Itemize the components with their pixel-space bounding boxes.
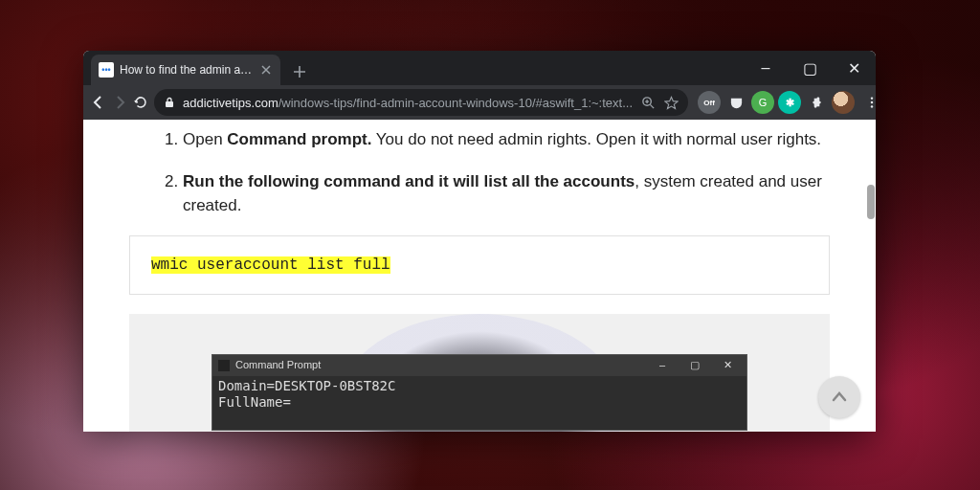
back-button[interactable] [91, 89, 106, 116]
forward-button[interactable] [112, 89, 127, 116]
code-block: wmic useraccount list full [129, 235, 830, 295]
tab-strip: ••• How to find the admin account o – ▢ … [83, 51, 876, 85]
cmd-maximize-button[interactable]: ▢ [681, 357, 708, 373]
svg-rect-0 [166, 101, 173, 107]
step-1: Open Command prompt. You do not need adm… [183, 127, 830, 152]
cmd-output-line: Domain=DESKTOP-0BST82C [218, 378, 741, 395]
browser-tab[interactable]: ••• How to find the admin account o [91, 55, 280, 85]
minimize-button[interactable]: – [744, 51, 788, 85]
cmd-title-text: Command Prompt [235, 357, 643, 373]
reload-button[interactable] [133, 89, 148, 116]
article-body: Open Command prompt. You do not need adm… [83, 120, 876, 432]
extensions-row: Off G ✱ [698, 89, 876, 116]
step-2: Run the following command and it will li… [183, 169, 830, 218]
scrollbar-thumb[interactable] [867, 185, 875, 219]
address-bar[interactable]: addictivetips.com/windows-tips/find-admi… [154, 89, 688, 116]
extensions-menu-icon[interactable] [805, 91, 828, 114]
url-text: addictivetips.com/windows-tips/find-admi… [183, 96, 633, 110]
highlighted-code: wmic useraccount list full [151, 256, 390, 274]
favicon-icon: ••• [99, 62, 114, 78]
cmd-minimize-button[interactable]: – [649, 357, 676, 373]
desktop-wallpaper: ••• How to find the admin account o – ▢ … [0, 0, 980, 490]
browser-window: ••• How to find the admin account o – ▢ … [83, 51, 876, 432]
bookmark-star-icon[interactable] [663, 95, 679, 110]
profile-avatar[interactable] [832, 91, 855, 114]
command-prompt-titlebar: Command Prompt – ▢ ✕ [212, 355, 746, 376]
extension-grammarly-icon[interactable]: G [751, 91, 774, 114]
command-prompt-window: Command Prompt – ▢ ✕ Domain=DESKTOP-0BST… [212, 354, 747, 431]
cmd-output-line: FullName= [218, 394, 741, 412]
cmd-icon [218, 360, 230, 371]
chrome-menu-button[interactable] [858, 89, 876, 116]
cmd-output: Domain=DESKTOP-0BST82C FullName= [212, 376, 746, 430]
zoom-icon[interactable] [640, 95, 656, 110]
svg-point-4 [871, 105, 873, 107]
svg-point-3 [871, 101, 873, 103]
extension-teal-icon[interactable]: ✱ [778, 91, 801, 114]
tab-title: How to find the admin account o [120, 63, 254, 77]
scroll-to-top-button[interactable] [818, 376, 860, 418]
new-tab-button[interactable] [286, 58, 313, 85]
screenshot-figure: Command Prompt – ▢ ✕ Domain=DESKTOP-0BST… [129, 314, 830, 433]
extension-off[interactable]: Off [698, 91, 721, 114]
lock-icon [164, 97, 175, 108]
cmd-close-button[interactable]: ✕ [714, 357, 741, 373]
page-content: Open Command prompt. You do not need adm… [83, 120, 876, 432]
close-window-button[interactable]: ✕ [832, 51, 876, 85]
extension-pocket-icon[interactable] [724, 91, 747, 114]
window-controls: – ▢ ✕ [744, 51, 876, 85]
maximize-button[interactable]: ▢ [788, 51, 832, 85]
tab-close-button[interactable] [259, 63, 273, 77]
browser-toolbar: addictivetips.com/windows-tips/find-admi… [83, 85, 876, 120]
svg-point-2 [871, 97, 873, 99]
